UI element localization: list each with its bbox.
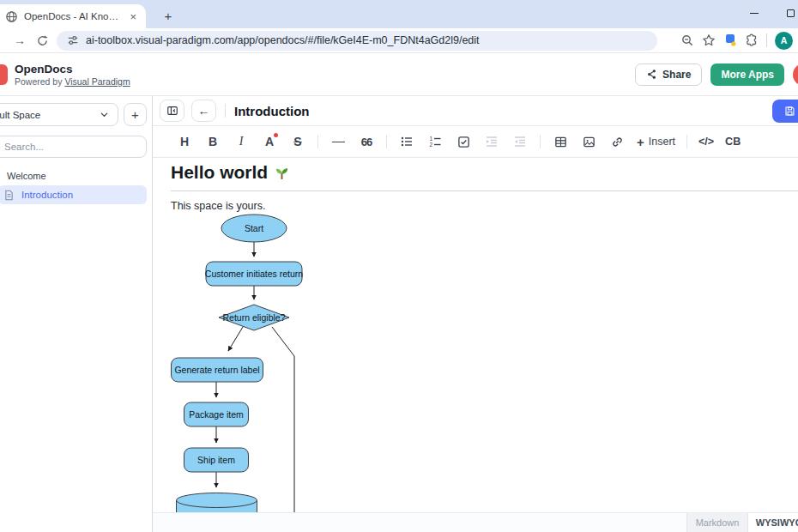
italic-button[interactable]: I: [233, 132, 250, 151]
app-header: OpenDocs Powered by Visual Paradigm Shar…: [0, 53, 798, 96]
text-color-button[interactable]: A: [261, 132, 278, 151]
indent-icon: [485, 135, 499, 148]
maximize-icon: [787, 9, 795, 17]
bookmark-star-icon[interactable]: [702, 33, 716, 47]
powered-by: Powered by Visual Paradigm: [15, 76, 130, 87]
formatting-toolbar: H B I A S 66 1 2: [153, 126, 798, 158]
url-text: ai-toolbox.visual-paradigm.com/app/opend…: [86, 34, 480, 46]
close-tab-button[interactable]: ×: [127, 10, 139, 23]
horizontal-rule-icon: [332, 142, 345, 142]
tab-markdown[interactable]: Markdown: [686, 513, 748, 532]
user-avatar[interactable]: [793, 63, 798, 86]
link-icon: [611, 136, 624, 148]
insert-label: Insert: [649, 136, 675, 148]
opendocs-logo: [0, 64, 8, 85]
save-icon: [784, 106, 795, 117]
node-ship-label: Ship item: [197, 455, 235, 465]
browser-toolbar: → ai-toolbox.visual-paradigm.com/app/ope…: [0, 28, 798, 53]
bold-button[interactable]: B: [204, 132, 221, 151]
sidebar-item-label: Introduction: [21, 190, 73, 200]
zoom-icon[interactable]: [680, 33, 694, 47]
doc-paragraph: This space is yours.: [171, 200, 798, 212]
globe-favicon-icon: [5, 10, 18, 23]
node-initiate-label: Customer initiates return: [205, 269, 304, 279]
app-name: OpenDocs: [15, 63, 130, 76]
forward-button[interactable]: →: [9, 30, 31, 51]
extensions-menu-icon[interactable]: [745, 33, 759, 47]
divider: [766, 33, 767, 47]
maximize-button[interactable]: [772, 0, 798, 26]
editor-footer: Markdown WYSIWYG: [153, 512, 798, 532]
document-icon: [3, 190, 15, 201]
space-selector-value: Default Space: [0, 110, 40, 120]
flowchart-diagram[interactable]: Start Customer initiates return Return e…: [171, 214, 798, 512]
seedling-emoji-icon: [274, 165, 290, 181]
app-title-block: OpenDocs Powered by Visual Paradigm: [15, 63, 130, 87]
more-apps-button[interactable]: More Apps: [710, 63, 784, 86]
svg-text:2: 2: [430, 142, 433, 148]
reload-icon: [36, 34, 49, 47]
tab-wysiwyg[interactable]: WYSIWYG: [748, 513, 798, 532]
new-tab-button[interactable]: +: [160, 7, 177, 24]
editor-pane: ← Introduction Save H B I A S: [153, 96, 798, 532]
document-content[interactable]: Hello world This space is yours.: [153, 158, 798, 512]
sidebar: Default Space + Welcome Introducti: [0, 96, 153, 532]
divider: [686, 135, 687, 148]
outdent-icon: [513, 135, 527, 148]
numbered-list-icon: 1 2: [428, 135, 442, 148]
app-body: Default Space + Welcome Introducti: [0, 96, 798, 532]
save-button[interactable]: Save: [772, 100, 798, 123]
node-generate-label: Generate return label: [174, 365, 259, 375]
search-input[interactable]: [0, 136, 147, 158]
address-bar[interactable]: ai-toolbox.visual-paradigm.com/app/opend…: [57, 31, 657, 51]
document-title: Introduction: [234, 104, 309, 118]
browser-window: OpenDocs - AI Knowledge Base × + → ai-to…: [0, 0, 798, 532]
add-space-button[interactable]: +: [124, 103, 147, 126]
node-package-label: Package item: [189, 409, 244, 420]
code-block-button[interactable]: CB: [725, 132, 741, 151]
extension-icon[interactable]: [723, 33, 737, 47]
text-color-label: A: [265, 135, 274, 148]
header-actions: Share More Apps: [635, 63, 798, 86]
edge-eligible-generate: [228, 327, 243, 351]
checkbox-icon: [457, 136, 470, 148]
numbered-list-button[interactable]: 1 2: [426, 132, 444, 151]
panel-collapse-icon: [166, 105, 178, 117]
insert-table-button[interactable]: [552, 132, 569, 151]
image-icon: [583, 136, 595, 148]
blockquote-button[interactable]: 66: [358, 132, 375, 151]
inline-code-button[interactable]: </>: [698, 132, 714, 151]
space-selector[interactable]: Default Space: [0, 103, 118, 126]
horizontal-rule-button[interactable]: [329, 132, 347, 151]
task-list-button[interactable]: [455, 132, 472, 151]
chevron-down-icon: [100, 110, 109, 119]
urlbar-right-icons: A: [680, 32, 795, 50]
node-start-label: Start: [245, 223, 263, 233]
profile-avatar[interactable]: A: [775, 32, 793, 50]
bullet-list-icon: [400, 135, 414, 148]
reload-button[interactable]: [31, 30, 53, 51]
powered-by-prefix: Powered by: [15, 76, 64, 87]
doc-heading-text: Hello world: [171, 161, 268, 184]
minimize-button[interactable]: [736, 0, 772, 26]
node-eligible-label: Return eligible?: [223, 312, 286, 323]
share-button[interactable]: Share: [635, 63, 702, 86]
insert-button[interactable]: + Insert: [637, 135, 675, 149]
plus-icon: +: [637, 135, 644, 149]
heading-button[interactable]: H: [176, 132, 193, 151]
browser-tab[interactable]: OpenDocs - AI Knowledge Base ×: [0, 4, 146, 28]
sidebar-section-label: Welcome: [0, 171, 147, 181]
bullet-list-button[interactable]: [398, 132, 415, 151]
toggle-sidebar-button[interactable]: [160, 100, 184, 122]
sidebar-item-introduction[interactable]: Introduction: [0, 185, 147, 204]
node-datastore: [177, 493, 257, 513]
outdent-button[interactable]: [511, 132, 529, 151]
indent-button[interactable]: [483, 132, 500, 151]
back-button[interactable]: ←: [191, 100, 216, 122]
visual-paradigm-link[interactable]: Visual Paradigm: [64, 76, 130, 87]
edge-eligible-branch: [272, 327, 294, 512]
insert-link-button[interactable]: [608, 132, 626, 151]
strikethrough-button[interactable]: S: [289, 132, 306, 151]
insert-image-button[interactable]: [580, 132, 597, 151]
editor-topbar: ← Introduction Save: [153, 96, 798, 126]
